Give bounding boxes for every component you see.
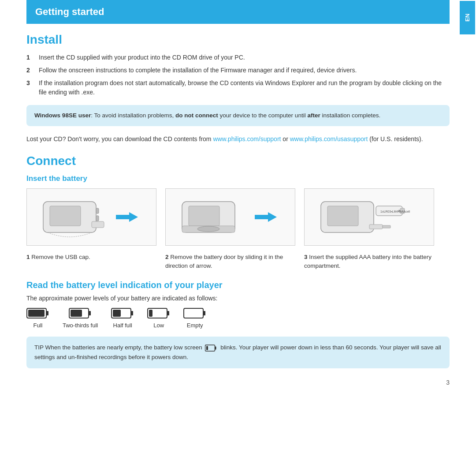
battery-level-twothirds: Two-thirds full — [63, 307, 98, 329]
install-step-2: 2 Follow the onscreen instructions to co… — [26, 66, 450, 75]
battery-twothirds-label: Two-thirds full — [63, 322, 98, 329]
battery-levels-row: Full Two-thirds full Half — [26, 307, 450, 329]
battery-low-label: Low — [153, 322, 164, 329]
battery-img-1 — [26, 188, 156, 246]
svg-rect-32 — [203, 311, 205, 315]
svg-rect-31 — [184, 308, 203, 318]
svg-rect-17 — [369, 225, 383, 229]
battery-empty-label: Empty — [187, 322, 203, 329]
svg-text:+: + — [398, 209, 400, 213]
battery-img-3: 1xLR03•LM4•AAAcell + — [304, 188, 434, 246]
svg-rect-18 — [383, 225, 390, 228]
tip-bold: TIP — [34, 344, 44, 351]
svg-rect-21 — [28, 310, 45, 317]
svg-rect-24 — [71, 310, 82, 317]
svg-rect-4 — [92, 221, 104, 228]
page-number: 3 — [446, 379, 450, 386]
connect-title: Connect — [26, 154, 450, 168]
svg-rect-34 — [215, 347, 216, 350]
battery-level-low: Low — [147, 307, 170, 329]
svg-rect-7 — [189, 206, 219, 226]
svg-rect-27 — [113, 310, 121, 317]
battery-approx-text: The approximate power levels of your bat… — [26, 295, 450, 302]
download-para: Lost your CD? Don't worry, you can downl… — [26, 134, 450, 144]
svg-rect-3 — [96, 216, 99, 221]
battery-empty-icon — [183, 307, 206, 319]
svg-rect-35 — [206, 346, 208, 350]
install-steps: 1 Insert the CD supplied with your produ… — [26, 53, 450, 97]
battery-full-icon — [26, 307, 49, 319]
battery-level-empty: Empty — [183, 307, 206, 329]
battery-level-title: Read the battery level indication of you… — [26, 280, 450, 290]
install-step-1: 1 Insert the CD supplied with your produ… — [26, 53, 450, 62]
battery-subtitle: Insert the battery — [26, 174, 450, 183]
battery-twothirds-icon — [69, 307, 92, 319]
battery-level-half: Half full — [111, 307, 134, 329]
install-step-3: 3 If the installation program does not s… — [26, 79, 450, 97]
svg-point-9 — [197, 226, 219, 232]
svg-rect-26 — [131, 311, 133, 315]
warning-bold-start: Windows 98SE user — [34, 112, 91, 119]
philips-support-link[interactable]: www.philips.com/support — [213, 135, 281, 142]
header-title: Getting started — [35, 6, 104, 17]
battery-half-icon — [111, 307, 134, 319]
philips-usa-link[interactable]: www.philips.com/usasupport — [290, 135, 368, 142]
svg-marker-5 — [116, 212, 138, 222]
battery-img-2 — [165, 188, 295, 246]
en-tab: EN — [459, 0, 476, 35]
tip-box: TIP When the batteries are nearly empty,… — [26, 337, 450, 368]
step-captions: 1 Remove the USB cap. 2 Remove the batte… — [26, 253, 450, 271]
svg-rect-20 — [46, 311, 48, 315]
warning-box: Windows 98SE user: To avoid installation… — [26, 105, 450, 126]
svg-rect-2 — [96, 208, 99, 214]
header-bar: Getting started — [26, 0, 450, 24]
svg-marker-10 — [255, 212, 277, 222]
install-title: Install — [26, 33, 450, 47]
svg-rect-29 — [167, 311, 169, 315]
battery-half-label: Half full — [113, 322, 132, 329]
svg-rect-1 — [50, 206, 81, 226]
step-caption-3: 3 Insert the supplied AAA battery into t… — [304, 253, 434, 271]
step-caption-2: 2 Remove the battery door by sliding it … — [165, 253, 295, 271]
tip-inline-battery-icon — [205, 343, 217, 353]
battery-low-icon — [147, 307, 170, 319]
svg-rect-30 — [149, 310, 152, 317]
svg-rect-23 — [89, 311, 91, 315]
svg-rect-12 — [327, 206, 358, 226]
svg-text:1xLR03•LM4•AAAcell: 1xLR03•LM4•AAAcell — [380, 210, 410, 213]
battery-images-row: 1xLR03•LM4•AAAcell + — [26, 188, 450, 246]
step-caption-1: 1 Remove the USB cap. — [26, 253, 156, 271]
battery-full-label: Full — [33, 322, 43, 329]
battery-level-full: Full — [26, 307, 49, 329]
